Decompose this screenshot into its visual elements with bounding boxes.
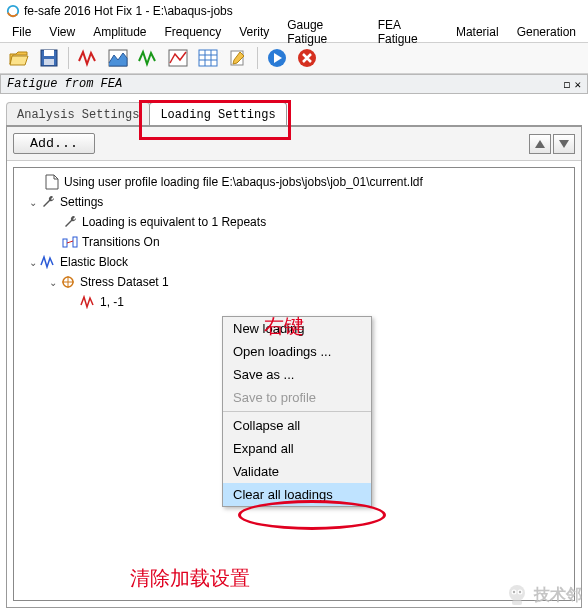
menu-fea-fatigue[interactable]: FEA Fatigue [370, 16, 446, 48]
window-title: fe-safe 2016 Hot Fix 1 - E:\abaqus-jobs [24, 4, 233, 18]
svg-rect-18 [63, 239, 67, 247]
tree-row-pair[interactable]: 1, -1 [16, 292, 572, 312]
menu-frequency[interactable]: Frequency [157, 23, 230, 41]
chevron-down-icon[interactable]: ⌄ [46, 277, 60, 288]
svg-rect-4 [44, 59, 54, 65]
document-icon [44, 174, 60, 190]
run-button[interactable] [264, 46, 290, 70]
menubar: File View Amplitude Frequency Verity Gau… [0, 22, 588, 42]
tab-bar: Analysis Settings Loading Settings [0, 94, 588, 126]
tree-label: Using user profile loading file E:\abaqu… [64, 175, 423, 189]
menu-save-profile: Save to profile [223, 386, 371, 409]
transitions-icon [62, 234, 78, 250]
menu-validate[interactable]: Validate [223, 460, 371, 483]
tree-label: Transitions On [82, 235, 160, 249]
tree-label: 1, -1 [100, 295, 124, 309]
signal-green-icon[interactable] [135, 46, 161, 70]
toolbar-separator [257, 47, 258, 69]
chart-line-icon[interactable] [165, 46, 191, 70]
add-bar: Add... [7, 127, 581, 161]
menu-material[interactable]: Material [448, 23, 507, 41]
tree-row-settings[interactable]: ⌄ Settings [16, 192, 572, 212]
svg-rect-19 [73, 237, 77, 247]
menu-expand-all[interactable]: Expand all [223, 437, 371, 460]
app-icon [6, 4, 20, 18]
signal-pair-icon [80, 294, 96, 310]
chart-area-icon[interactable] [105, 46, 131, 70]
save-button[interactable] [36, 46, 62, 70]
loading-tree[interactable]: Using user profile loading file E:\abaqu… [13, 167, 575, 601]
tree-row-transitions[interactable]: Transitions On [16, 232, 572, 252]
svg-rect-29 [512, 600, 522, 605]
menu-collapse-all[interactable]: Collapse all [223, 414, 371, 437]
table-icon[interactable] [195, 46, 221, 70]
waveform-icon [40, 254, 56, 270]
toolbar-separator [68, 47, 69, 69]
menu-save-as[interactable]: Save as ... [223, 363, 371, 386]
move-down-button[interactable] [553, 134, 575, 154]
watermark: 技术邻 [504, 582, 582, 608]
svg-marker-17 [559, 140, 569, 148]
menu-view[interactable]: View [41, 23, 83, 41]
toolbar [0, 42, 588, 74]
menu-file[interactable]: File [4, 23, 39, 41]
panel-close-icon[interactable]: ✕ [574, 78, 581, 91]
dataset-icon [60, 274, 76, 290]
panel-title-bar: Fatigue from FEA ◻ ✕ [0, 74, 588, 94]
svg-line-20 [67, 241, 73, 243]
menu-amplitude[interactable]: Amplitude [85, 23, 154, 41]
edit-icon[interactable] [225, 46, 251, 70]
tree-label: Stress Dataset 1 [80, 275, 169, 289]
move-up-button[interactable] [529, 134, 551, 154]
svg-rect-7 [199, 50, 217, 66]
tree-row-elastic-block[interactable]: ⌄ Elastic Block [16, 252, 572, 272]
context-menu: New loading Open loadings ... Save as ..… [222, 316, 372, 507]
panel-float-icon[interactable]: ◻ [564, 78, 571, 91]
tree-label: Elastic Block [60, 255, 128, 269]
signal-red-icon[interactable] [75, 46, 101, 70]
wrench-icon [62, 214, 78, 230]
tree-row-stress-dataset[interactable]: ⌄ Stress Dataset 1 [16, 272, 572, 292]
annotation-right-click: 右键 [264, 313, 304, 340]
panel-body: Add... Using user profile loading file E… [6, 126, 582, 608]
tab-loading-settings[interactable]: Loading Settings [149, 102, 286, 126]
tab-analysis-settings[interactable]: Analysis Settings [6, 102, 150, 126]
menu-gauge-fatigue[interactable]: Gauge Fatigue [279, 16, 367, 48]
chevron-down-icon[interactable]: ⌄ [26, 197, 40, 208]
svg-point-24 [509, 585, 525, 601]
annotation-clear-cn: 清除加载设置 [130, 565, 250, 592]
stop-button[interactable] [294, 46, 320, 70]
tree-row-profile[interactable]: Using user profile loading file E:\abaqu… [16, 172, 572, 192]
menu-clear-all-loadings[interactable]: Clear all loadings [223, 483, 371, 506]
svg-point-28 [519, 591, 521, 593]
menu-verity[interactable]: Verity [231, 23, 277, 41]
open-button[interactable] [6, 46, 32, 70]
watermark-text: 技术邻 [534, 585, 582, 606]
menu-generation[interactable]: Generation [509, 23, 584, 41]
tree-label: Loading is equivalent to 1 Repeats [82, 215, 266, 229]
tree-label: Settings [60, 195, 103, 209]
wrench-icon [40, 194, 56, 210]
tree-row-loading-repeats[interactable]: Loading is equivalent to 1 Repeats [16, 212, 572, 232]
menu-open-loadings[interactable]: Open loadings ... [223, 340, 371, 363]
panel-title: Fatigue from FEA [7, 77, 122, 91]
svg-point-26 [513, 591, 515, 593]
svg-marker-16 [535, 140, 545, 148]
menu-separator [223, 411, 371, 412]
chevron-down-icon[interactable]: ⌄ [26, 257, 40, 268]
svg-rect-3 [44, 50, 54, 56]
add-button[interactable]: Add... [13, 133, 95, 154]
